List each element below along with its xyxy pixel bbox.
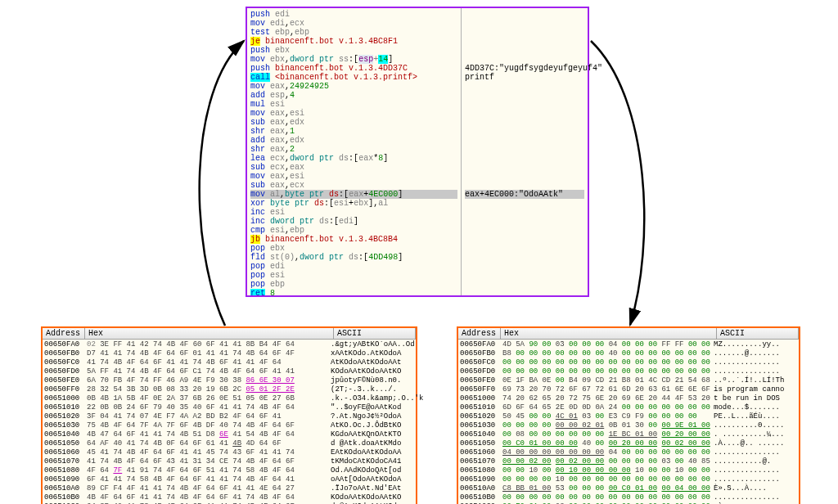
asm-comment <box>465 145 584 154</box>
asm-line[interactable]: ret 8 <box>250 289 457 295</box>
hex-ascii: KOdoAAtKOdoAAtKO <box>331 367 414 376</box>
asm-line[interactable]: shr eax,1 <box>250 127 457 136</box>
asm-line[interactable]: pop ebx <box>250 244 457 253</box>
asm-line[interactable]: je binancenft.bot v.1.3.4BC8F1 <box>250 37 457 46</box>
hex-row[interactable]: 00650FB0D7 41 41 74 4B 4F 64 6F 01 41 41… <box>44 349 414 358</box>
hex-row[interactable]: 0065105000 C0 01 00 00 00 40 00 00 20 00… <box>460 439 797 448</box>
hex-ascii: ............... <box>714 466 797 475</box>
hex-row[interactable]: 00650FB0B8 00 00 00 00 00 00 00 40 00 00… <box>460 349 797 358</box>
hex-row[interactable]: 0065103075 4B 4F 64 7F 4A 7F 6F 4B DF 40… <box>44 421 414 430</box>
asm-line[interactable]: mov eax,esi <box>250 172 457 181</box>
hex-row[interactable]: 00650FD05A FF 41 74 4B 4F 64 6F C1 74 4B… <box>44 367 414 376</box>
asm-line[interactable]: inc esi <box>250 208 457 217</box>
asm-line[interactable]: call <binancenft.bot v.1.3.printf> <box>250 73 457 82</box>
asm-line[interactable]: mov ebx,dword ptr ss:[esp+14] <box>250 55 457 64</box>
asm-line[interactable]: push edi <box>250 10 457 19</box>
hex-row[interactable]: 006510804F 64 7F 41 91 74 4F 64 6F 51 41… <box>44 466 414 475</box>
asm-line[interactable]: xor byte ptr ds:[esi+ebx],al <box>250 199 457 208</box>
hex-ascii: KGdoAAtKQnOAtKTO <box>331 430 414 439</box>
hex-dump-encrypted[interactable]: Address Hex ASCII 00650FA002 3E FF 41 42… <box>41 326 417 504</box>
hex-row[interactable]: 00650FC041 74 4B 4F 64 6F 41 41 74 4B 6F… <box>44 358 414 367</box>
disassembly-comment-column: 4DD37C:"yugdfsygdeyufgeyuf4"printfeax+4E… <box>462 8 588 295</box>
hex-ascii: EAtKOdoAAtKOdoAA <box>331 448 414 457</box>
hex-row[interactable]: 00650FD000 00 00 00 00 00 00 00 00 00 00… <box>460 367 797 376</box>
asm-line[interactable]: test ebp,ebp <box>250 28 457 37</box>
hex-row[interactable]: 0065107000 00 02 00 00 02 00 00 00 00 00… <box>460 457 797 466</box>
hex-row[interactable]: 00650FE00E 1F BA 0E 00 B4 09 CD 21 B8 01… <box>460 376 797 385</box>
hex-ascii: . ..........¼... <box>714 430 797 439</box>
hex-row[interactable]: 00650FF028 32 54 3B 3D 0B 08 33 20 19 6B… <box>44 385 414 394</box>
col-hex[interactable]: Hex <box>85 328 334 339</box>
asm-line[interactable]: pop esi <box>250 271 457 280</box>
asm-line[interactable]: push ebx <box>250 46 457 55</box>
hex-addr: 00650FF0 <box>44 385 87 394</box>
hex-row[interactable]: 006510A0C8 BB 01 00 53 00 00 00 00 C0 01… <box>460 484 797 493</box>
asm-line[interactable]: add eax,edx <box>250 136 457 145</box>
asm-line[interactable]: mov edi,ecx <box>250 19 457 28</box>
asm-line[interactable]: mov eax,24924925 <box>250 82 457 91</box>
hex-addr: 00651090 <box>460 475 502 484</box>
asm-line[interactable]: sub eax,edx <box>250 118 457 127</box>
asm-line[interactable]: push binancenft.bot v.1.3.4DD37C <box>250 64 457 73</box>
asm-comment <box>465 226 584 235</box>
hex-dump-decrypted[interactable]: Address Hex ASCII 00650FA04D 5A 90 00 03… <box>457 326 800 504</box>
hex-bytes: 41 74 4B 4F 64 6F 43 41 31 34 CE 74 4B 4… <box>87 457 331 466</box>
col-hex[interactable]: Hex <box>501 328 717 339</box>
asm-line[interactable]: pop edi <box>250 262 457 271</box>
hex-row[interactable]: 006510906F 41 41 74 58 4B 4F 64 6F 41 41… <box>44 475 414 484</box>
asm-comment <box>465 253 584 262</box>
hex-addr: 00651060 <box>44 448 87 457</box>
asm-line[interactable]: lea ecx,dword ptr ds:[eax*8] <box>250 154 457 163</box>
hex-addr: 006510B0 <box>44 493 87 502</box>
hex-row[interactable]: 00650FA002 3E FF 41 42 74 4B 4F 60 6F 41… <box>44 340 414 349</box>
hex-row[interactable]: 0065109000 00 00 00 10 00 00 00 00 00 00… <box>460 475 797 484</box>
hex-row[interactable]: 0065106045 41 74 4B 4F 64 6F 41 41 45 74… <box>44 448 414 457</box>
col-ascii[interactable]: ASCII <box>717 328 799 339</box>
hex-row[interactable]: 00650FC000 00 00 00 00 00 00 00 00 00 00… <box>460 358 797 367</box>
asm-line[interactable]: fld st(0),dword ptr ds:[4DD498] <box>250 253 457 262</box>
hex-row[interactable]: 006510B04B 4F 64 6F 41 41 74 4B 4F 64 6F… <box>44 493 414 502</box>
asm-line[interactable]: inc dword ptr ds:[edi] <box>250 217 457 226</box>
asm-line[interactable]: jb binancenft.bot v.1.3.4BC8B4 <box>250 235 457 244</box>
hex-ascii: .......@....... <box>714 349 797 358</box>
hex-row[interactable]: 006510106D 6F 64 65 2E 0D 0D 0A 24 00 00… <box>460 403 797 412</box>
hex-row[interactable]: 00650FE06A 70 FB 4F 74 FF 46 A9 4E F9 30… <box>44 376 414 385</box>
hex-ascii: ............... <box>714 475 797 484</box>
hex-row[interactable]: 0065103000 00 00 00 00 00 02 01 0B 01 30… <box>460 421 797 430</box>
hex-row[interactable]: 0065104000 08 00 00 00 00 00 00 1E BC 01… <box>460 430 797 439</box>
hex-addr: 00650FD0 <box>460 367 502 376</box>
hex-row[interactable]: 0065101022 0B 0B 24 6F 79 40 35 40 6F 41… <box>44 403 414 412</box>
hex-row[interactable]: 006510000B 4B 1A 5B 4F 0E 2A 37 6B 26 0E… <box>44 394 414 403</box>
hex-ascii: d @Atk.doaAtKMdo <box>331 439 414 448</box>
asm-comment <box>465 19 584 28</box>
hex-row[interactable]: 0065102050 45 00 00 4C 01 03 00 E3 C9 F9… <box>460 412 797 421</box>
hex-row[interactable]: 0065105064 AF 40 41 74 4B 0F 64 6F 61 41… <box>44 439 414 448</box>
asm-line[interactable]: shr eax,2 <box>250 145 457 154</box>
hex-row[interactable]: 0065100074 20 62 65 20 72 75 6E 20 69 6E… <box>460 394 797 403</box>
asm-line[interactable]: sub eax,ecx <box>250 181 457 190</box>
col-address[interactable]: Address <box>43 328 85 339</box>
asm-line[interactable]: mov eax,esi <box>250 109 457 118</box>
asm-line[interactable]: add esp,4 <box>250 91 457 100</box>
hex-row[interactable]: 00650FF069 73 20 70 72 6F 67 72 61 6D 20… <box>460 385 797 394</box>
hex-row[interactable]: 0065108000 00 10 00 00 10 00 00 00 00 10… <box>460 466 797 475</box>
asm-line[interactable]: mul esi <box>250 100 457 109</box>
asm-line[interactable]: mov al,byte ptr ds:[eax+4EC000] <box>250 190 457 199</box>
hex-row[interactable]: 006510B000 00 00 00 00 00 00 00 00 00 00… <box>460 493 797 502</box>
asm-comment: printf <box>465 73 584 82</box>
hex-row[interactable]: 006510A089 CF F4 4F 41 41 74 4B 4F 64 6F… <box>44 484 414 493</box>
hex-addr: 006510A0 <box>44 484 87 493</box>
hex-row[interactable]: 006510203F 04 41 74 07 4E F7 4A A2 BD B2… <box>44 412 414 421</box>
hex-row[interactable]: 00650FA04D 5A 90 00 03 00 00 00 04 00 00… <box>460 340 797 349</box>
hex-row[interactable]: 0065107041 74 4B 4F 64 6F 43 41 31 34 CE… <box>44 457 414 466</box>
col-ascii[interactable]: ASCII <box>334 328 416 339</box>
asm-line[interactable]: cmp esi,ebp <box>250 226 457 235</box>
hex-row[interactable]: 006510404B 47 64 6F 41 41 74 4B 51 D8 6E… <box>44 430 414 439</box>
asm-line[interactable]: sub ecx,eax <box>250 163 457 172</box>
hex-addr: 00651000 <box>44 394 87 403</box>
asm-line[interactable]: pop ebp <box>250 280 457 289</box>
col-address[interactable]: Address <box>458 328 501 339</box>
hex-ascii: tKMdoCAtKOdoCA41 <box>331 457 414 466</box>
disassembly-panel[interactable]: push edimov edi,ecxtest ebp,ebpje binanc… <box>246 7 589 297</box>
hex-row[interactable]: 0065106004 00 00 00 00 00 00 00 04 00 00… <box>460 448 797 457</box>
